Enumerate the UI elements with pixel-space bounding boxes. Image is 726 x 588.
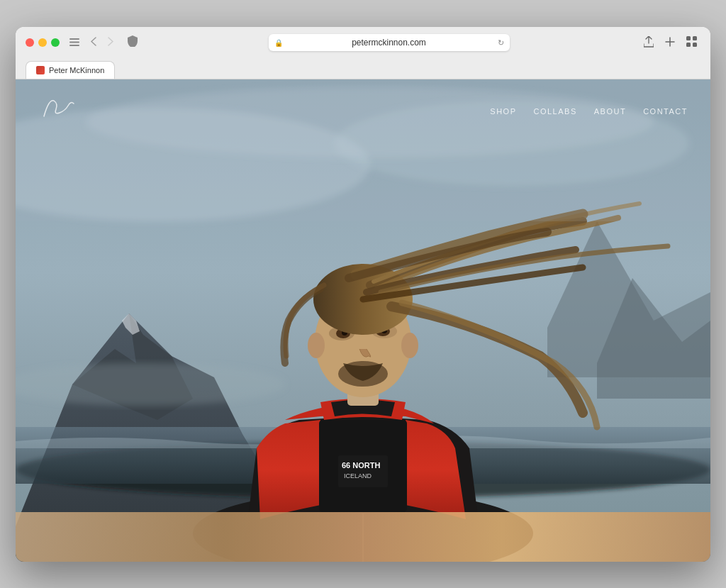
svg-rect-4 [693,36,697,40]
svg-point-26 [308,333,325,358]
browser-window: 🔒 petermckinnon.com ↻ [16,27,710,562]
svg-rect-3 [686,36,691,40]
share-button[interactable] [640,34,657,52]
sidebar-toggle-button[interactable] [67,35,82,50]
active-tab[interactable]: Peter McKinnon [26,61,115,79]
grid-view-button[interactable] [683,34,700,51]
minimize-button[interactable] [38,38,47,47]
back-button[interactable] [88,35,99,50]
nav-contact[interactable]: CONTACT [643,107,688,116]
svg-rect-21 [338,455,388,487]
traffic-lights [26,38,60,47]
svg-rect-5 [686,43,691,47]
nav-shop[interactable]: SHOP [490,107,516,116]
svg-text:66 NORTH: 66 NORTH [342,461,380,470]
browser-chrome: 🔒 petermckinnon.com ↻ [16,27,710,79]
site-logo[interactable] [38,95,81,128]
new-tab-button[interactable] [661,35,678,51]
nav-about[interactable]: ABOUT [594,107,626,116]
svg-point-27 [401,333,418,358]
address-bar-container: 🔒 petermckinnon.com ↻ [138,34,640,51]
browser-actions [640,34,700,52]
close-button[interactable] [26,38,34,47]
site-navigation: SHOP COLLABS ABOUT CONTACT [16,79,710,143]
svg-text:ICELAND: ICELAND [344,472,372,479]
reload-icon[interactable]: ↻ [498,38,504,48]
svg-rect-6 [693,43,697,47]
forward-button[interactable] [105,35,116,50]
maximize-button[interactable] [51,38,60,47]
browser-controls [67,35,116,50]
tab-title: Peter McKinnon [49,66,104,74]
security-icon [128,35,138,50]
address-bar[interactable]: petermckinnon.com [269,34,510,51]
svg-rect-2 [69,45,79,46]
nav-collabs[interactable]: COLLABS [533,107,576,116]
ground-strip [16,512,710,562]
tab-favicon [36,66,45,74]
svg-rect-0 [69,38,79,40]
tab-bar: Peter McKinnon [26,57,700,79]
nav-links: SHOP COLLABS ABOUT CONTACT [490,107,688,116]
lock-icon: 🔒 [274,39,283,47]
svg-rect-1 [69,42,79,43]
website-content: 66 NORTH ICELAND [16,79,710,562]
